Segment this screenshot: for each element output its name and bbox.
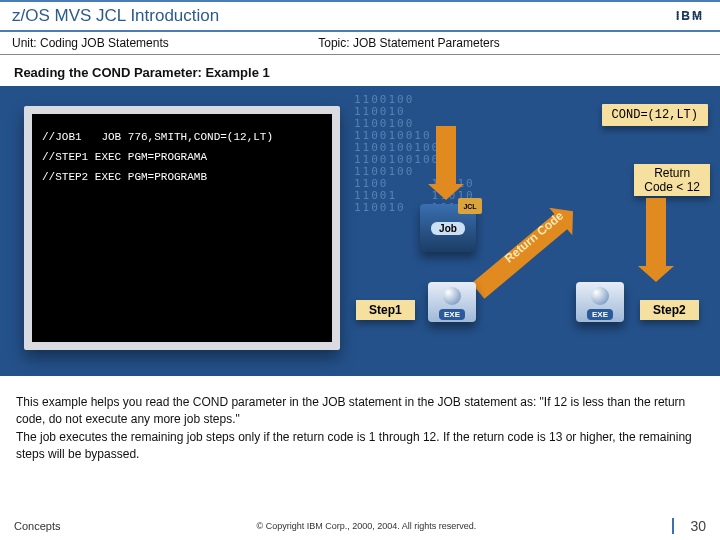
footer: Concepts © Copyright IBM Corp., 2000, 20… (0, 518, 720, 534)
exe-label-1: EXE (439, 309, 465, 320)
terminal-screen: //JOB1 JOB 776,SMITH,COND=(12,LT) //STEP… (32, 114, 332, 342)
section-title: Reading the COND Parameter: Example 1 (0, 55, 720, 86)
exe-label-2: EXE (587, 309, 613, 320)
page-number: 30 (672, 518, 706, 534)
title-bar: z/OS MVS JCL Introduction IBM (0, 0, 720, 32)
cond-callout: COND=(12,LT) (602, 104, 708, 126)
job-badge-label: Job (431, 222, 465, 235)
course-title: z/OS MVS JCL Introduction (12, 6, 219, 26)
jcl-line-3: //STEP2 EXEC PGM=PROGRAMB (42, 171, 207, 183)
diagram-area: //JOB1 JOB 776,SMITH,COND=(12,LT) //STEP… (0, 86, 720, 376)
return-code-callout: Return Code < 12 (634, 164, 710, 196)
jcl-line-2: //STEP1 EXEC PGM=PROGRAMA (42, 151, 207, 163)
unit-label: Unit: Coding JOB Statements (12, 36, 318, 50)
jcl-line-1: //JOB1 JOB 776,SMITH,COND=(12,LT) (42, 131, 273, 143)
job-badge: JCL Job (420, 204, 476, 252)
arrow-down-2 (646, 198, 666, 268)
return-code-line1: Return (644, 166, 700, 180)
exe-icon-step2: EXE (576, 282, 624, 322)
body-paragraph: This example helps you read the COND par… (0, 384, 720, 464)
subheader: Unit: Coding JOB Statements Topic: JOB S… (0, 32, 720, 55)
exe-icon-step1: EXE (428, 282, 476, 322)
arrow-down-1 (436, 126, 456, 186)
ibm-logo: IBM (672, 9, 708, 23)
footer-copyright: © Copyright IBM Corp., 2000, 2004. All r… (60, 521, 672, 531)
footer-concepts: Concepts (14, 520, 60, 532)
topic-label: Topic: JOB Statement Parameters (318, 36, 499, 50)
step2-label: Step2 (640, 300, 699, 320)
terminal-frame: //JOB1 JOB 776,SMITH,COND=(12,LT) //STEP… (24, 106, 340, 350)
return-code-line2: Code < 12 (644, 180, 700, 194)
flow-zone: 1100100 110010 1100100 110010010 1100100… (350, 86, 720, 376)
jcl-corner-icon: JCL (458, 198, 482, 214)
step1-label: Step1 (356, 300, 415, 320)
